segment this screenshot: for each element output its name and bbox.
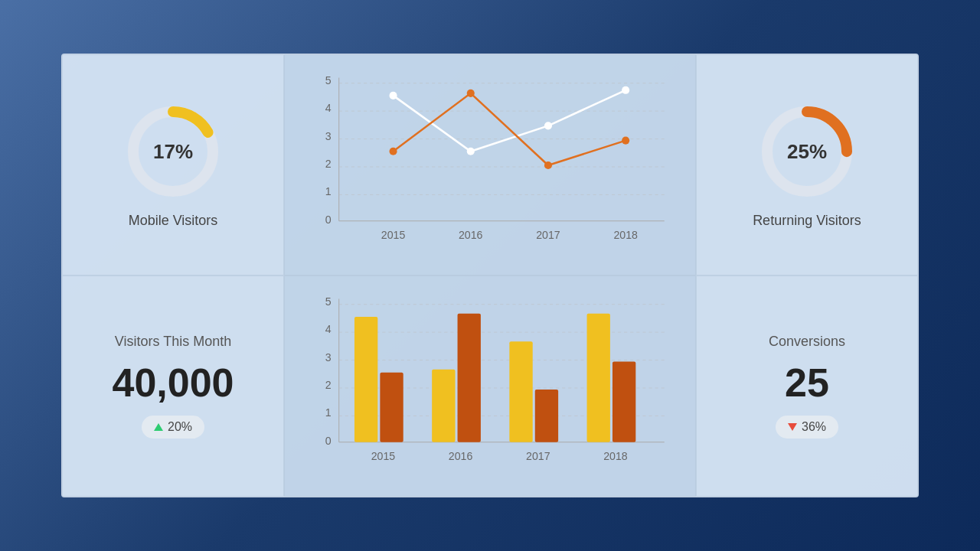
visitors-trend-badge: 20% bbox=[142, 416, 204, 439]
svg-text:2017: 2017 bbox=[526, 450, 550, 462]
conversions-trend-badge: 36% bbox=[776, 416, 838, 439]
svg-rect-49 bbox=[458, 314, 481, 442]
returning-visitors-percent: 25% bbox=[787, 139, 827, 163]
returning-visitors-cell: 25% Returning Visitors bbox=[696, 54, 918, 276]
svg-text:0: 0 bbox=[325, 435, 332, 447]
bar-chart-cell: 0 1 2 3 4 5 2015 2016 2017 2018 bbox=[284, 276, 696, 497]
up-arrow-icon bbox=[154, 423, 163, 431]
svg-text:2018: 2018 bbox=[603, 450, 628, 462]
conversions-label: Conversions bbox=[769, 334, 845, 350]
svg-text:4: 4 bbox=[325, 323, 332, 335]
svg-text:2: 2 bbox=[325, 158, 332, 170]
svg-text:0: 0 bbox=[325, 214, 332, 226]
svg-point-26 bbox=[622, 137, 629, 145]
conversions-change: 36% bbox=[802, 420, 826, 434]
svg-rect-47 bbox=[380, 373, 403, 442]
svg-text:5: 5 bbox=[325, 295, 332, 308]
svg-point-25 bbox=[544, 161, 552, 169]
line-chart-cell: 0 1 2 3 4 5 2015 2016 2017 2018 bbox=[284, 54, 696, 276]
down-arrow-icon bbox=[788, 423, 797, 431]
svg-text:2: 2 bbox=[325, 379, 332, 391]
svg-point-19 bbox=[390, 92, 397, 99]
svg-rect-51 bbox=[535, 390, 558, 442]
returning-visitors-label: Returning Visitors bbox=[753, 213, 861, 229]
svg-point-22 bbox=[622, 86, 629, 94]
mobile-visitors-label: Mobile Visitors bbox=[129, 213, 218, 229]
dashboard: 17% Mobile Visitors 0 1 2 3 4 5 2015 201… bbox=[61, 54, 919, 497]
mobile-visitors-percent: 17% bbox=[153, 139, 193, 163]
svg-point-21 bbox=[544, 122, 552, 129]
svg-rect-48 bbox=[432, 370, 455, 442]
mobile-visitors-cell: 17% Mobile Visitors bbox=[62, 54, 284, 276]
bar-chart: 0 1 2 3 4 5 2015 2016 2017 2018 bbox=[292, 288, 680, 488]
svg-point-23 bbox=[390, 148, 397, 155]
svg-point-20 bbox=[467, 148, 475, 155]
visitors-this-month-cell: Visitors This Month 40,000 20% bbox=[62, 276, 284, 497]
svg-rect-53 bbox=[612, 362, 635, 442]
conversions-cell: Conversions 25 36% bbox=[696, 276, 918, 497]
svg-point-24 bbox=[467, 90, 475, 97]
svg-text:2015: 2015 bbox=[381, 229, 406, 241]
svg-text:2017: 2017 bbox=[536, 229, 560, 241]
svg-rect-50 bbox=[509, 341, 532, 442]
svg-text:5: 5 bbox=[325, 74, 332, 86]
svg-text:3: 3 bbox=[325, 130, 332, 142]
visitors-change: 20% bbox=[168, 420, 192, 434]
mobile-visitors-donut: 17% bbox=[123, 102, 223, 201]
svg-text:4: 4 bbox=[325, 102, 332, 114]
svg-text:2018: 2018 bbox=[613, 229, 638, 241]
svg-text:2016: 2016 bbox=[459, 229, 483, 241]
svg-text:2015: 2015 bbox=[371, 450, 396, 462]
conversions-value: 25 bbox=[785, 360, 829, 406]
svg-rect-52 bbox=[587, 314, 610, 442]
line-chart: 0 1 2 3 4 5 2015 2016 2017 2018 bbox=[292, 67, 680, 267]
returning-visitors-donut: 25% bbox=[757, 102, 857, 201]
svg-text:1: 1 bbox=[325, 406, 332, 419]
svg-text:3: 3 bbox=[325, 351, 332, 364]
svg-text:2016: 2016 bbox=[449, 450, 473, 462]
visitors-this-month-label: Visitors This Month bbox=[115, 334, 231, 350]
visitors-this-month-value: 40,000 bbox=[112, 360, 234, 406]
svg-rect-46 bbox=[354, 317, 377, 442]
svg-text:1: 1 bbox=[325, 185, 332, 197]
